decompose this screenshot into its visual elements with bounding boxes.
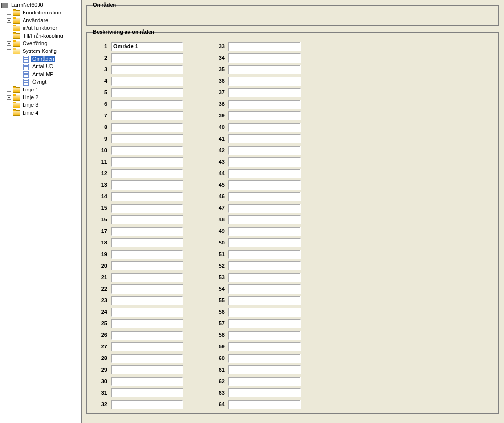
- area-description-input[interactable]: [111, 365, 183, 374]
- area-description-input[interactable]: [228, 261, 301, 270]
- expand-icon[interactable]: +: [7, 34, 11, 38]
- area-description-input[interactable]: [228, 88, 301, 97]
- area-number-label: 43: [212, 159, 225, 165]
- area-description-input[interactable]: [228, 400, 301, 409]
- area-description-input[interactable]: [111, 284, 183, 294]
- area-row: 42: [212, 144, 301, 156]
- area-description-input[interactable]: [111, 42, 183, 51]
- area-row: 48: [212, 214, 301, 225]
- tree-item[interactable]: Antal MP: [0, 70, 81, 78]
- expand-icon[interactable]: +: [7, 11, 11, 15]
- area-description-input[interactable]: [111, 180, 183, 190]
- area-description-input[interactable]: [228, 238, 301, 247]
- expand-icon[interactable]: +: [7, 95, 11, 100]
- area-description-input[interactable]: [111, 296, 183, 305]
- expand-icon[interactable]: +: [7, 111, 11, 115]
- area-description-input[interactable]: [111, 65, 183, 74]
- expand-icon[interactable]: +: [7, 26, 11, 30]
- area-description-input[interactable]: [111, 88, 183, 97]
- area-description-input[interactable]: [111, 250, 183, 259]
- area-description-input[interactable]: [111, 238, 183, 247]
- area-description-input[interactable]: [111, 215, 183, 224]
- area-description-input[interactable]: [228, 308, 301, 317]
- expand-icon[interactable]: +: [7, 41, 11, 46]
- area-description-input[interactable]: [228, 319, 301, 328]
- area-description-input[interactable]: [228, 180, 301, 190]
- area-row: 6: [95, 98, 183, 110]
- area-description-input[interactable]: [111, 204, 183, 213]
- tree-item[interactable]: +Kundinformation: [0, 9, 81, 16]
- area-description-input[interactable]: [111, 377, 183, 386]
- area-description-input[interactable]: [228, 377, 301, 386]
- area-description-input[interactable]: [228, 342, 301, 351]
- area-description-input[interactable]: [228, 123, 301, 132]
- area-description-input[interactable]: [111, 77, 183, 86]
- area-description-input[interactable]: [111, 192, 183, 201]
- area-description-input[interactable]: [228, 42, 301, 51]
- area-description-input[interactable]: [228, 250, 301, 259]
- expand-icon[interactable]: +: [7, 103, 11, 107]
- area-description-input[interactable]: [228, 77, 301, 86]
- area-description-input[interactable]: [111, 123, 183, 132]
- area-description-input[interactable]: [228, 204, 301, 213]
- area-description-input[interactable]: [111, 388, 183, 397]
- tree-item[interactable]: +Till/Från-koppling: [0, 32, 81, 39]
- area-description-input[interactable]: [228, 111, 301, 120]
- tree-item[interactable]: Antal UC: [0, 63, 81, 70]
- expand-icon[interactable]: +: [7, 18, 11, 23]
- area-description-input[interactable]: [228, 146, 301, 155]
- area-description-input[interactable]: [111, 134, 183, 143]
- tree-item[interactable]: +Användare: [0, 16, 81, 24]
- tree-item[interactable]: Övrigt: [0, 78, 81, 86]
- area-description-input[interactable]: [228, 215, 301, 224]
- area-description-input[interactable]: [228, 157, 301, 167]
- tree-item[interactable]: +Linje 2: [0, 93, 81, 101]
- area-description-input[interactable]: [111, 227, 183, 236]
- area-description-input[interactable]: [228, 192, 301, 201]
- tree-item[interactable]: −System Konfig: [0, 47, 81, 55]
- area-description-input[interactable]: [228, 365, 301, 374]
- area-row: 60: [212, 352, 301, 364]
- area-description-input[interactable]: [111, 342, 183, 351]
- area-description-input[interactable]: [111, 53, 183, 63]
- area-description-input[interactable]: [228, 65, 301, 74]
- area-number-label: 5: [95, 90, 107, 95]
- area-description-input[interactable]: [228, 354, 301, 363]
- area-description-input[interactable]: [111, 331, 183, 340]
- area-description-input[interactable]: [228, 331, 301, 340]
- area-description-input[interactable]: [111, 146, 183, 155]
- expand-icon[interactable]: +: [7, 88, 11, 92]
- area-description-input[interactable]: [111, 400, 183, 409]
- tree-root-item[interactable]: LarmNet6000: [0, 1, 81, 9]
- tree-item[interactable]: +Överföring: [0, 39, 81, 47]
- area-description-input[interactable]: [111, 319, 183, 328]
- area-row: 50: [212, 237, 301, 248]
- tree-item[interactable]: +Linje 1: [0, 86, 81, 93]
- area-description-input[interactable]: [111, 273, 183, 282]
- area-description-input[interactable]: [111, 308, 183, 317]
- collapse-icon[interactable]: −: [7, 49, 11, 53]
- area-description-input[interactable]: [228, 388, 301, 397]
- area-description-input[interactable]: [111, 354, 183, 363]
- tree-item[interactable]: +Linje 3: [0, 101, 81, 109]
- tree-item[interactable]: +Linje 4: [0, 109, 81, 116]
- tree-item[interactable]: +in/ut funktioner: [0, 24, 81, 32]
- area-description-input[interactable]: [228, 273, 301, 282]
- navigation-tree[interactable]: LarmNet6000+Kundinformation+Användare+in…: [0, 0, 82, 423]
- area-description-input[interactable]: [228, 169, 301, 178]
- area-description-input[interactable]: [111, 157, 183, 167]
- area-description-input[interactable]: [228, 100, 301, 109]
- area-description-input[interactable]: [228, 296, 301, 305]
- area-description-input[interactable]: [228, 284, 301, 294]
- area-description-input[interactable]: [111, 261, 183, 270]
- folder-icon: [13, 17, 20, 24]
- area-description-input[interactable]: [111, 100, 183, 109]
- area-description-input[interactable]: [111, 111, 183, 120]
- tree-item[interactable]: Områden: [0, 55, 81, 63]
- area-description-input[interactable]: [228, 134, 301, 143]
- tree-item-label: System Konfig: [22, 48, 58, 54]
- tree-item-label: Linje 4: [22, 110, 39, 115]
- area-description-input[interactable]: [228, 53, 301, 63]
- area-description-input[interactable]: [111, 169, 183, 178]
- area-description-input[interactable]: [228, 227, 301, 236]
